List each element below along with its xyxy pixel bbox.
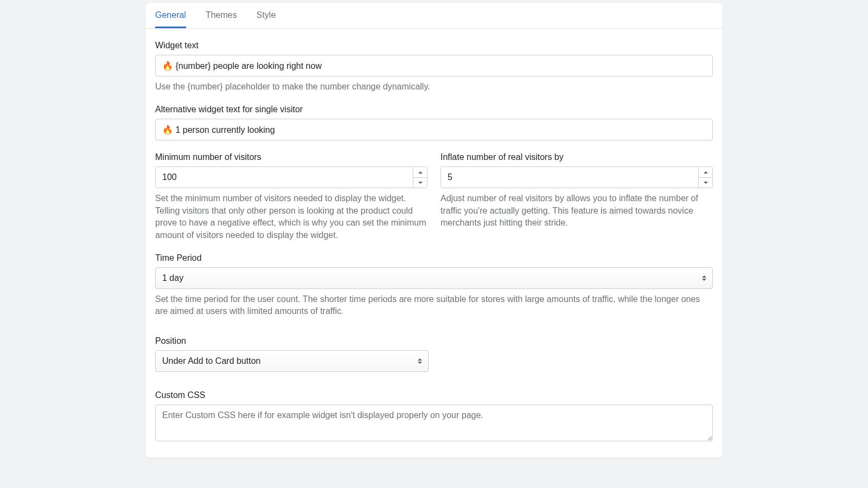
min-visitors-down-button[interactable] [413,178,427,188]
inflate-help: Adjust number of real visitors by allows… [441,192,713,229]
tab-general[interactable]: General [155,3,186,28]
min-visitors-input[interactable] [156,167,413,188]
inflate-input[interactable] [441,167,698,188]
caret-up-icon [418,171,423,174]
time-period-select-wrap: 1 day [155,267,713,289]
inflate-down-button[interactable] [699,178,712,188]
position-select-wrap: Under Add to Card button [155,350,429,372]
settings-card: General Themes Style Widget text Use the… [145,3,723,458]
visitors-row: Minimum number of visitors Set the minim… [155,152,713,241]
widget-text-field: Widget text Use the {number} placeholder… [155,41,713,93]
min-visitors-spinner-btns [413,167,427,188]
time-period-select[interactable]: 1 day [155,267,713,289]
widget-text-label: Widget text [155,41,713,50]
alt-widget-text-label: Alternative widget text for single visit… [155,105,713,114]
time-period-value: 1 day [162,273,183,283]
time-period-help: Set the time period for the user count. … [155,293,713,318]
min-visitors-up-button[interactable] [413,167,427,178]
min-visitors-label: Minimum number of visitors [155,152,427,162]
inflate-up-button[interactable] [699,167,712,178]
time-period-label: Time Period [155,253,713,263]
caret-down-icon [418,182,423,184]
inflate-spinner [441,166,713,188]
custom-css-label: Custom CSS [155,390,713,400]
card-body: Widget text Use the {number} placeholder… [145,29,723,458]
position-value: Under Add to Card button [162,356,260,366]
inflate-field: Inflate number of real visitors by Adjus… [441,152,713,241]
alt-widget-text-field: Alternative widget text for single visit… [155,105,713,140]
inflate-spinner-btns [698,167,712,188]
tab-themes[interactable]: Themes [206,3,237,28]
position-select[interactable]: Under Add to Card button [155,350,429,372]
tabs: General Themes Style [145,3,723,29]
alt-widget-text-input[interactable] [155,119,713,140]
custom-css-field: Custom CSS [155,390,713,444]
caret-down-icon [704,182,708,184]
position-field: Position Under Add to Card button [155,336,713,372]
time-period-field: Time Period 1 day Set the time period fo… [155,253,713,318]
widget-text-input[interactable] [155,55,713,76]
caret-up-icon [704,171,708,174]
custom-css-input[interactable] [155,404,713,441]
min-visitors-field: Minimum number of visitors Set the minim… [155,152,427,241]
tab-style[interactable]: Style [257,3,276,28]
position-label: Position [155,336,713,346]
inflate-label: Inflate number of real visitors by [441,152,713,162]
min-visitors-help: Set the minimum number of visitors neede… [155,192,427,241]
min-visitors-spinner [155,166,427,188]
widget-text-help: Use the {number} placeholder to make the… [155,81,713,93]
